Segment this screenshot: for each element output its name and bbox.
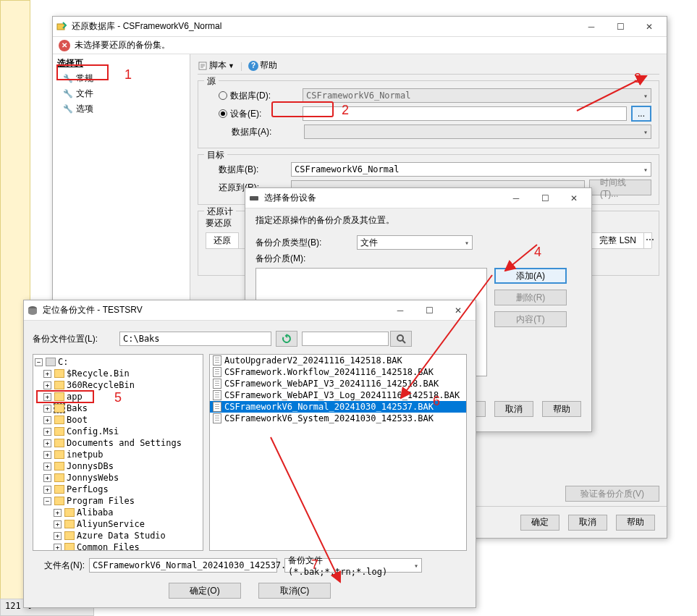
tree-item[interactable]: +Documents and Settings <box>35 437 201 449</box>
file-item[interactable]: CSFramework_WebAPI_V3_Log_20241116_14251… <box>210 389 466 401</box>
close-button[interactable]: ✕ <box>559 189 588 208</box>
col-restore[interactable]: 还原 <box>206 232 239 248</box>
file-item[interactable]: CSFrameworkV6_System_20241030_142533.BAK <box>210 413 466 424</box>
tree-item[interactable]: +PerfLogs <box>35 484 201 495</box>
tree-root[interactable]: −C: <box>35 356 201 368</box>
file-item[interactable]: CSFramework_WebAPI_V3_20241116_142518.BA… <box>210 378 466 389</box>
media-type-value: 文件 <box>360 237 378 249</box>
verify-media-button[interactable]: 验证备份介质(V) <box>565 486 659 502</box>
file-item[interactable]: AutoUpgraderV2_20241116_142518.BAK <box>210 355 466 366</box>
locate-ok-button[interactable]: 确定(O) <box>169 583 241 599</box>
file-icon <box>213 355 221 366</box>
maximize-button[interactable]: ☐ <box>415 301 444 320</box>
tree-item[interactable]: +Azure Data Studio <box>35 530 201 541</box>
restore-help-button[interactable]: 帮助 <box>616 515 655 531</box>
folder-tree[interactable]: −C:+$Recycle.Bin+360RecycleBin+app+Baks+… <box>33 354 203 551</box>
tree-item[interactable]: +inetpub <box>35 449 201 460</box>
source-dba-combo[interactable]: ▾ <box>304 125 651 139</box>
device-title: 选择备份设备 <box>264 192 502 204</box>
script-dropdown[interactable]: 脚本 ▼ <box>198 59 235 72</box>
radio-database[interactable] <box>219 91 227 100</box>
target-db-combo[interactable]: CSFrameworkV6_Normal ▾ <box>291 162 651 177</box>
col-lsn[interactable]: 完整 LSN <box>591 232 644 248</box>
nav-label-files: 文件 <box>76 88 93 100</box>
maximize-button[interactable]: ☐ <box>606 17 635 36</box>
path-field[interactable]: C:\Baks <box>119 332 271 346</box>
device-titlebar: 选择备份设备 ─ ☐ ✕ <box>245 188 591 208</box>
error-bar: ✕ 未选择要还原的备份集。 <box>53 37 667 54</box>
path-row: 备份文件位置(L): C:\Baks <box>33 331 467 347</box>
restore-ok-button[interactable]: 确定 <box>520 515 559 531</box>
source-dba-row: 数据库(A): ▾ <box>206 125 651 139</box>
refresh-icon <box>282 334 292 344</box>
target-legend: 目标 <box>204 149 227 161</box>
help-label: 帮助 <box>260 59 277 72</box>
device-help-button[interactable]: 帮助 <box>542 401 581 417</box>
path-label: 备份文件位置(L): <box>33 333 119 345</box>
maximize-button[interactable]: ☐ <box>531 189 559 208</box>
tree-item[interactable]: +360RecycleBin <box>35 379 201 391</box>
chevron-down-icon: ▾ <box>465 239 469 247</box>
nav-item-options[interactable]: 🔧选项 <box>53 101 190 117</box>
search-field[interactable] <box>302 332 389 346</box>
locate-cancel-button[interactable]: 取消(C) <box>258 583 331 599</box>
locate-title: 定位备份文件 - TESTSRV <box>43 304 386 316</box>
radio-device[interactable] <box>219 109 227 118</box>
tree-item[interactable]: +Common Files <box>35 541 201 551</box>
tree-item[interactable]: +Boot <box>35 414 201 426</box>
annotation-box-1 <box>56 64 109 80</box>
restore-cancel-button[interactable]: 取消 <box>568 515 607 531</box>
media-type-combo[interactable]: 文件 ▾ <box>357 235 473 250</box>
source-db-combo[interactable]: CSFrameworkV6_Normal ▾ <box>303 88 651 103</box>
nav-item-files[interactable]: 🔧文件 <box>53 86 190 101</box>
tree-item[interactable]: +JonnysWebs <box>35 472 201 484</box>
browse-device-button[interactable]: ... <box>631 106 651 122</box>
tree-item[interactable]: −Program Files <box>35 495 201 507</box>
file-item[interactable]: CSFramework.Workflow_20241116_142518.BAK <box>210 366 466 378</box>
filename-label: 文件名(N): <box>33 560 89 572</box>
file-item[interactable]: CSFrameworkV6_Normal_20241030_142537.BAK <box>210 401 466 413</box>
script-icon <box>198 61 208 71</box>
device-subtitle: 指定还原操作的备份介质及其位置。 <box>255 214 581 227</box>
device-path-field[interactable] <box>303 106 627 121</box>
minimize-button[interactable]: ─ <box>386 301 415 320</box>
close-button[interactable]: ✕ <box>444 301 473 320</box>
file-list[interactable]: AutoUpgraderV2_20241116_142518.BAKCSFram… <box>209 354 467 551</box>
plan-legend: 还原计 <box>204 206 236 218</box>
minimize-button[interactable]: ─ <box>577 17 606 36</box>
file-icon <box>213 379 221 389</box>
chevron-down-icon: ▾ <box>643 166 648 174</box>
remove-media-button[interactable]: 删除(R) <box>494 290 567 305</box>
tree-item[interactable]: +$Recycle.Bin <box>35 368 201 379</box>
tree-item[interactable]: +Config.Msi <box>35 426 201 437</box>
annotation-2: 2 <box>342 103 349 118</box>
locate-file-dialog: 定位备份文件 - TESTSRV ─ ☐ ✕ 备份文件位置(L): C:\Bak… <box>23 300 476 608</box>
device-cancel-button[interactable]: 取消 <box>494 401 533 417</box>
filter-value: 备份文件(*.bak;*.trn;*.log) <box>288 554 414 577</box>
minimize-button[interactable]: ─ <box>502 189 531 208</box>
svg-rect-0 <box>57 24 64 30</box>
wrench-icon: 🔧 <box>63 89 73 98</box>
help-icon: ? <box>248 61 258 71</box>
tree-item[interactable]: +JonnysDBs <box>35 460 201 472</box>
tree-item[interactable]: +AliyunService <box>35 518 201 530</box>
annotation-box-2 <box>271 101 334 117</box>
search-icon <box>396 334 406 344</box>
help-button[interactable]: ? 帮助 <box>248 59 277 72</box>
close-button[interactable]: ✕ <box>635 17 664 36</box>
col-more[interactable]: ⋯ <box>643 232 652 248</box>
contents-button[interactable]: 内容(T) <box>494 311 567 327</box>
file-filter-combo[interactable]: 备份文件(*.bak;*.trn;*.log) ▾ <box>284 558 422 573</box>
refresh-button[interactable] <box>276 331 297 347</box>
timeline-button[interactable]: 时间线(T)... <box>589 180 651 195</box>
search-button[interactable] <box>390 331 412 347</box>
chevron-down-icon: ▾ <box>643 92 648 100</box>
filename-field[interactable]: CSFrameworkV6_Normal_20241030_142537.BAK <box>89 558 277 573</box>
file-name: CSFramework_WebAPI_V3_20241116_142518.BA… <box>224 379 439 389</box>
tree-item[interactable]: +Alibaba <box>35 507 201 518</box>
label-database-b: 数据库(B): <box>219 164 291 176</box>
add-media-button[interactable]: 添加(A) <box>494 268 567 284</box>
file-icon <box>213 413 221 423</box>
annotation-3: 3 <box>634 71 641 86</box>
media-type-label: 备份介质类型(B): <box>255 237 357 249</box>
